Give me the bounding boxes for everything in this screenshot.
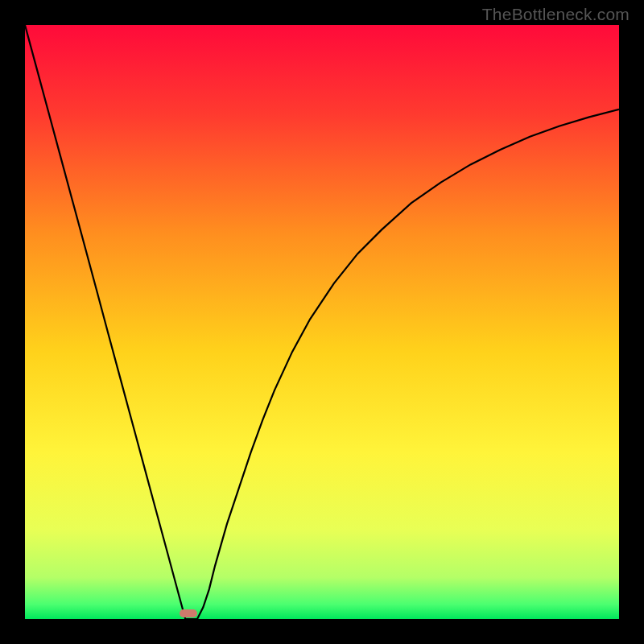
optimal-marker [180,609,197,617]
bottleneck-curve [25,25,619,619]
plot-area [25,25,619,619]
watermark-text: TheBottleneck.com [482,5,630,24]
chart-frame: TheBottleneck.com [0,0,644,644]
